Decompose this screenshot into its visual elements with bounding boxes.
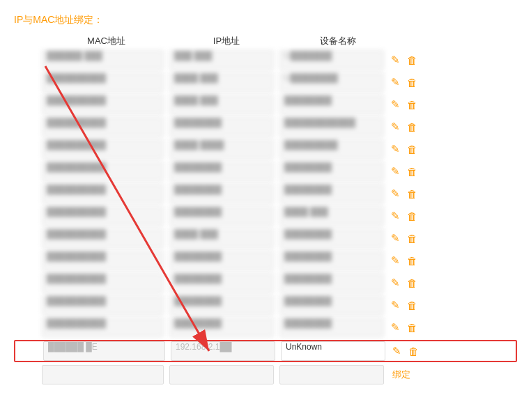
delete-button[interactable]: 🗑 <box>406 75 419 90</box>
table-row: ██████████ ████████ ████████ ✎ 🗑 <box>14 184 517 203</box>
cell-mac[interactable]: ██████████ <box>42 162 164 181</box>
edit-button[interactable]: ✎ <box>390 75 401 90</box>
delete-button[interactable]: 🗑 <box>406 231 419 246</box>
footer-mac-input[interactable] <box>42 365 164 384</box>
cell-mac[interactable]: ██████████ <box>42 228 164 248</box>
bind-button[interactable]: 绑定 <box>392 365 410 384</box>
page-title: IP与MAC地址绑定： <box>14 14 517 26</box>
footer-ip-input[interactable] <box>169 365 274 384</box>
table-header: MAC地址 IP地址 设备名称 <box>14 35 517 47</box>
delete-button[interactable]: 🗑 <box>406 187 419 201</box>
delete-button[interactable]: 🗑 <box>406 254 419 268</box>
footer-name-input[interactable] <box>279 365 384 384</box>
table-body: ██████ ███ ███ ███ U███████ ✎ 🗑 ████████… <box>14 50 517 362</box>
delete-button[interactable]: 🗑 <box>406 142 419 157</box>
cell-mac[interactable]: ██████████ <box>42 318 164 337</box>
cell-device-name[interactable]: U███████ <box>279 50 384 70</box>
cell-mac[interactable]: ██████████ <box>42 273 164 293</box>
delete-button[interactable]: 🗑 <box>407 344 420 359</box>
cell-mac[interactable]: ██████████ <box>42 206 164 226</box>
edit-button[interactable]: ✎ <box>390 186 401 201</box>
cell-device-name[interactable]: █████████ <box>279 139 384 159</box>
cell-mac[interactable]: ██████ ███ <box>42 50 164 70</box>
cell-device-name[interactable]: ████████ <box>279 251 384 270</box>
page-container: IP与MAC地址绑定： MAC地址 IP地址 设备名称 ██████ ███ █… <box>14 14 517 384</box>
row-actions: ✎ 🗑 <box>390 52 419 68</box>
delete-button[interactable]: 🗑 <box>406 276 419 290</box>
edit-button[interactable]: ✎ <box>390 119 401 134</box>
cell-ip[interactable]: ████████ <box>169 251 274 270</box>
delete-button[interactable]: 🗑 <box>406 120 419 134</box>
edit-button[interactable]: ✎ <box>390 253 401 268</box>
edit-button[interactable]: ✎ <box>390 320 401 335</box>
cell-ip[interactable]: ████████ <box>169 184 274 203</box>
table-row: ██████ ███ ███ ███ U███████ ✎ 🗑 <box>14 50 517 70</box>
cell-ip[interactable]: ████ ███ <box>169 95 274 114</box>
cell-device-name[interactable]: ████████ <box>279 162 384 181</box>
edit-button[interactable]: ✎ <box>390 52 401 68</box>
row-actions: ✎ 🗑 <box>390 275 419 290</box>
edit-button[interactable]: ✎ <box>391 343 403 359</box>
cell-mac[interactable]: ██████████ <box>42 139 164 159</box>
cell-ip[interactable]: ████████ <box>169 318 274 337</box>
delete-button[interactable]: 🗑 <box>406 320 419 335</box>
cell-ip[interactable]: ████████ <box>169 162 274 181</box>
cell-ip[interactable]: ████ ████ <box>169 139 274 159</box>
edit-button[interactable]: ✎ <box>390 275 401 290</box>
cell-device-name[interactable]: ████ ███ <box>279 206 384 226</box>
cell-ip[interactable]: ████████ <box>169 273 274 293</box>
table-row: ██████████ ████████ ████████ ✎ 🗑 <box>14 318 517 337</box>
edit-button[interactable]: ✎ <box>390 141 401 157</box>
cell-device-name[interactable]: ████████ <box>279 184 384 203</box>
delete-button[interactable]: 🗑 <box>406 209 419 224</box>
cell-device-name[interactable]: ████████████ <box>279 117 384 137</box>
row-actions: ✎ 🗑 <box>390 164 419 179</box>
edit-button[interactable]: ✎ <box>390 297 401 313</box>
cell-mac[interactable]: ██████████ <box>42 251 164 270</box>
edit-button[interactable]: ✎ <box>390 97 401 112</box>
table-row: ██████ █E 192.168.2.1██ UnKnown ✎ 🗑 <box>14 340 517 362</box>
cell-device-name[interactable]: ████████ <box>279 273 384 293</box>
edit-button[interactable]: ✎ <box>390 164 401 179</box>
row-actions: ✎ 🗑 <box>390 320 419 335</box>
col-header-name: 设备名称 <box>282 35 394 47</box>
table-row: ██████████ ████████ ████████ ✎ 🗑 <box>14 273 517 293</box>
delete-button[interactable]: 🗑 <box>406 164 419 179</box>
table-row: ██████████ ████████ ████████ ✎ 🗑 <box>14 251 517 270</box>
delete-button[interactable]: 🗑 <box>406 98 419 112</box>
row-actions: ✎ 🗑 <box>390 297 419 313</box>
cell-ip[interactable]: ████████ <box>169 117 274 137</box>
cell-mac[interactable]: ██████████ <box>42 117 164 137</box>
cell-device-name[interactable]: UnKnown <box>281 341 385 361</box>
row-actions: ✎ 🗑 <box>391 343 420 359</box>
cell-device-name[interactable]: ████████ <box>279 295 384 315</box>
table-row: ██████████ ████████ ████████████ ✎ 🗑 <box>14 117 517 137</box>
delete-button[interactable]: 🗑 <box>406 53 419 68</box>
cell-device-name[interactable]: ████████ <box>279 95 384 114</box>
cell-ip[interactable]: ████████ <box>169 295 274 315</box>
row-actions: ✎ 🗑 <box>390 253 419 268</box>
table-row: ██████████ ████ ███ ████████ ✎ 🗑 <box>14 228 517 248</box>
cell-ip[interactable]: ████ ███ <box>169 72 274 92</box>
edit-button[interactable]: ✎ <box>390 231 401 246</box>
row-actions: ✎ 🗑 <box>390 141 419 157</box>
cell-device-name[interactable]: U████████ <box>279 72 384 92</box>
cell-ip[interactable]: ████████ <box>169 206 274 226</box>
cell-mac[interactable]: ██████ █E <box>43 341 165 361</box>
cell-ip[interactable]: 192.168.2.1██ <box>171 341 275 361</box>
cell-ip[interactable]: ███ ███ <box>169 50 274 70</box>
cell-mac[interactable]: ██████████ <box>42 72 164 92</box>
cell-mac[interactable]: ██████████ <box>42 95 164 114</box>
edit-button[interactable]: ✎ <box>390 208 401 224</box>
cell-device-name[interactable]: ████████ <box>279 318 384 337</box>
cell-device-name[interactable]: ████████ <box>279 228 384 248</box>
table-row: ██████████ ████ ███ ████████ ✎ 🗑 <box>14 95 517 114</box>
cell-ip[interactable]: ████ ███ <box>169 228 274 248</box>
row-actions: ✎ 🗑 <box>390 119 419 134</box>
cell-mac[interactable]: ██████████ <box>42 295 164 315</box>
row-actions: ✎ 🗑 <box>390 231 419 246</box>
delete-button[interactable]: 🗑 <box>406 298 419 313</box>
table-row: ██████████ ████████ ████████ ✎ 🗑 <box>14 295 517 315</box>
cell-mac[interactable]: ██████████ <box>42 184 164 203</box>
table-row: ██████████ ████ ████ █████████ ✎ 🗑 <box>14 139 517 159</box>
